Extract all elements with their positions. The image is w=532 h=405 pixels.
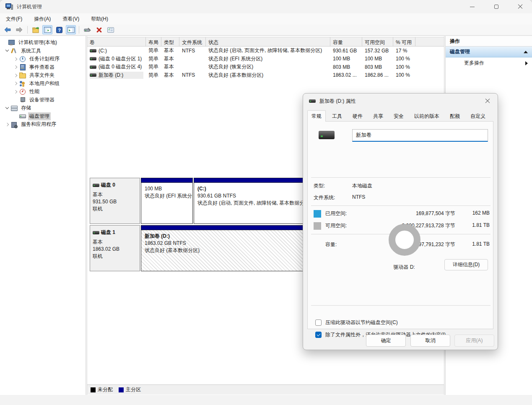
separator xyxy=(311,305,490,306)
chevron-right-icon[interactable] xyxy=(4,122,10,127)
chevron-down-icon[interactable] xyxy=(4,48,10,54)
toggle-action-pane-button[interactable] xyxy=(66,25,76,34)
tab-quota[interactable]: 配额 xyxy=(446,110,464,122)
submenu-arrow-icon xyxy=(525,61,528,65)
toolbar-separator xyxy=(79,26,79,34)
menu-action[interactable]: 操作(A) xyxy=(34,16,51,23)
toggle-console-tree-button[interactable] xyxy=(42,25,52,34)
index-checkbox[interactable] xyxy=(315,332,322,338)
tree-item-shared-folders[interactable]: 共享文件夹 xyxy=(0,71,86,80)
volume-row-new-volume-d[interactable]: 新加卷 (D:) 简单 基本 NTFS 状态良好 (基本数据分区) 1863.0… xyxy=(87,71,444,80)
disk-1-type: 基本 xyxy=(93,239,137,246)
help-button[interactable]: ? xyxy=(54,25,64,34)
compress-checkbox[interactable] xyxy=(315,319,322,326)
dialog-close-button[interactable] xyxy=(478,94,497,108)
disk-0-size: 931.50 GB xyxy=(93,198,137,205)
maximize-button[interactable] xyxy=(484,0,508,13)
expand-icon xyxy=(13,113,18,119)
tab-previous-versions[interactable]: 以前的版本 xyxy=(410,110,444,122)
tree-item-local-users-groups[interactable]: 本地用户和组 xyxy=(0,80,86,88)
volume-label-input[interactable] xyxy=(352,129,488,142)
chevron-right-icon[interactable] xyxy=(13,56,18,62)
chevron-right-icon[interactable] xyxy=(13,64,18,70)
tab-tools[interactable]: 工具 xyxy=(328,110,346,122)
column-header-filesystem[interactable]: 文件系统 xyxy=(179,37,206,46)
chevron-right-icon[interactable] xyxy=(13,80,18,86)
close-button[interactable] xyxy=(508,0,532,13)
details-button[interactable]: 详细信息(D) xyxy=(444,259,488,270)
export-list-button[interactable] xyxy=(31,25,41,34)
tree-item-event-viewer[interactable]: 事件查看器 xyxy=(0,63,86,72)
tree-item-task-scheduler[interactable]: 任务计划程序 xyxy=(0,55,86,63)
minimize-button[interactable] xyxy=(460,0,484,13)
close-icon xyxy=(485,99,490,104)
disk-0-label[interactable]: 磁盘 0 基本 931.50 GB 联机 xyxy=(90,178,140,224)
tree-item-disk-management[interactable]: 磁盘管理 xyxy=(0,112,86,121)
volume-icon xyxy=(90,65,96,69)
volume-row-partition4[interactable]: (磁盘 0 磁盘分区 4) 简单 基本 状态良好 (恢复分区) 803 MB 8… xyxy=(87,63,444,71)
collapse-icon[interactable] xyxy=(524,51,528,53)
more-actions-item[interactable]: 更多操作 xyxy=(446,57,532,69)
tree-item-computer-management[interactable]: 计算机管理(本地) xyxy=(0,39,86,47)
tab-security[interactable]: 安全 xyxy=(389,110,408,122)
chevron-right-icon[interactable] xyxy=(13,73,18,78)
tab-general[interactable]: 常规 xyxy=(307,110,326,122)
delete-button[interactable] xyxy=(94,25,104,34)
delete-x-icon xyxy=(96,27,102,33)
column-header-percent-free[interactable]: % 可用 xyxy=(393,37,415,46)
volume-row-partition1[interactable]: (磁盘 0 磁盘分区 1) 简单 基本 状态良好 (EFI 系统分区) 100 … xyxy=(87,55,444,63)
column-header-type[interactable]: 类型 xyxy=(161,37,179,46)
tab-customize[interactable]: 自定义 xyxy=(466,110,490,122)
storage-icon xyxy=(11,105,18,111)
legend-unallocated: 未分配 xyxy=(91,386,113,393)
forward-button[interactable] xyxy=(14,25,24,34)
column-header-filler xyxy=(415,37,444,46)
column-header-layout[interactable]: 布局 xyxy=(146,37,161,46)
volume-row-c[interactable]: (C:) 简单 基本 NTFS 状态良好 (启动, 页面文件, 故障转储, 基本… xyxy=(87,47,444,55)
actions-group-disk-management[interactable]: 磁盘管理 xyxy=(446,47,532,57)
computer-icon xyxy=(8,40,15,46)
device-manager-icon xyxy=(19,97,26,103)
tree-item-performance[interactable]: 性能 xyxy=(0,88,86,96)
properties-button[interactable] xyxy=(106,25,116,34)
used-space-swatch xyxy=(314,210,321,218)
action-pane-icon xyxy=(67,27,75,33)
compress-checkbox-row[interactable]: 压缩此驱动器以节约磁盘空间(C) xyxy=(315,319,398,326)
menu-file[interactable]: 文件(F) xyxy=(6,16,22,23)
menu-help[interactable]: 帮助(H) xyxy=(91,16,108,23)
chevron-down-icon[interactable] xyxy=(4,105,10,111)
properties-dialog: 新加卷 (D:) 属性 常规 工具 硬件 共享 安全 以前的版本 配额 自定义 … xyxy=(303,93,498,350)
primary-partition-swatch xyxy=(119,387,124,392)
column-header-status[interactable]: 状态 xyxy=(206,37,330,46)
menu-view[interactable]: 查看(V) xyxy=(62,16,79,23)
shared-folders-icon xyxy=(19,73,26,78)
tab-sharing[interactable]: 共享 xyxy=(369,110,387,122)
disk-1-size: 1863.02 GB xyxy=(93,246,137,253)
volume-icon xyxy=(90,73,96,77)
cancel-button[interactable]: 取消 xyxy=(410,335,450,347)
partition-efi[interactable]: 100 MB 状态良好 (EFI 系统分区) xyxy=(141,178,193,224)
drive-icon xyxy=(309,99,316,103)
apply-button[interactable]: 应用(A) xyxy=(454,335,494,347)
task-scheduler-icon xyxy=(19,56,26,62)
tree-item-storage[interactable]: 存储 xyxy=(0,104,86,112)
expand-icon xyxy=(2,40,8,46)
close-icon xyxy=(518,4,523,9)
free-space-swatch xyxy=(314,222,321,230)
disk-1-label[interactable]: 磁盘 1 基本 1863.02 GB 联机 xyxy=(90,225,140,271)
used-space-row: 已用空间: 169,877,504 字节 162 MB xyxy=(308,210,494,218)
disk-icon xyxy=(93,184,99,187)
column-header-capacity[interactable]: 容量 xyxy=(330,37,362,46)
column-header-free-space[interactable]: 可用空间 xyxy=(362,37,393,46)
ok-button[interactable]: 确定 xyxy=(366,335,406,347)
refresh-disk-button[interactable] xyxy=(82,25,92,34)
chevron-right-icon[interactable] xyxy=(13,89,18,95)
tree-item-services-applications[interactable]: 服务和应用程序 xyxy=(0,120,86,129)
column-header-volume[interactable]: 卷 xyxy=(87,37,146,46)
back-button[interactable] xyxy=(3,25,13,34)
forward-arrow-icon xyxy=(16,27,23,33)
tree-item-system-tools[interactable]: 系统工具 xyxy=(0,47,86,55)
minimize-icon xyxy=(470,7,475,7)
tree-item-device-manager[interactable]: 设备管理器 xyxy=(0,96,86,104)
tab-hardware[interactable]: 硬件 xyxy=(348,110,367,122)
